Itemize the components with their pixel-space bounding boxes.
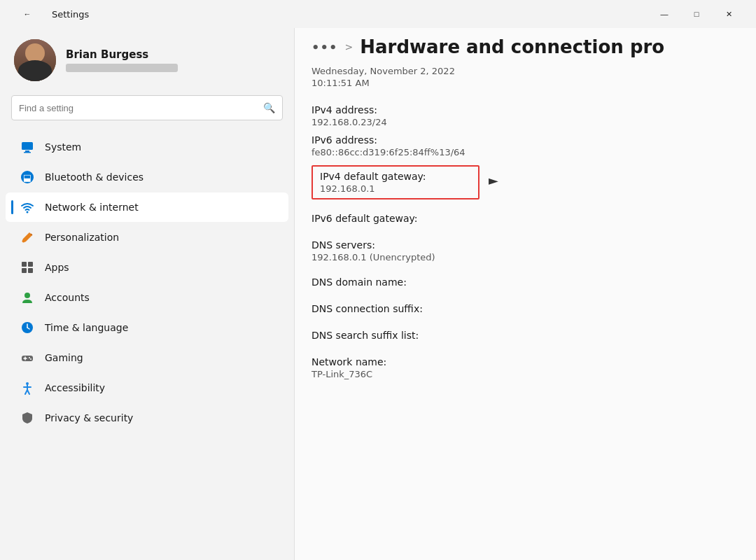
network-name-row: Network name: TP-Link_736C xyxy=(312,353,739,383)
dns-search-row: DNS search suffix list: xyxy=(312,326,739,346)
user-name: Brian Burgess xyxy=(66,48,178,61)
ipv4-address-row: IPv4 address: 192.168.0.23/24 xyxy=(312,101,739,131)
sidebar-item-apps[interactable]: Apps xyxy=(6,253,288,282)
sidebar-item-accounts[interactable]: Accounts xyxy=(6,283,288,312)
avatar-body xyxy=(18,60,52,81)
date-label: Wednesday, November 2, 2022 xyxy=(312,66,739,76)
sidebar-item-time[interactable]: Time & language xyxy=(6,313,288,342)
sidebar-item-personalization[interactable]: Personalization xyxy=(6,223,288,252)
svg-point-5 xyxy=(27,211,29,214)
sidebar-item-privacy[interactable]: Privacy & security xyxy=(6,403,288,433)
ipv6-address-row: IPv6 address: fe80::86cc:d319:6f25:84ff%… xyxy=(312,131,739,161)
user-info: Brian Burgess xyxy=(66,48,178,72)
main-layout: Brian Burgess 🔍 System xyxy=(0,28,756,560)
ipv4-gateway-highlight: IPv4 default gateway: 192.168.0.1 xyxy=(312,165,479,200)
ipv4-gateway-label: IPv4 default gateway: xyxy=(320,171,471,182)
sidebar-item-system[interactable]: System xyxy=(6,132,288,162)
bluetooth-icon: ⬓ xyxy=(20,169,35,185)
avatar xyxy=(14,39,56,81)
dns-servers-label: DNS servers: xyxy=(312,239,739,251)
svg-rect-0 xyxy=(22,142,33,150)
ipv6-gateway-row: IPv6 default gateway: xyxy=(312,209,739,229)
ipv6-gateway-label: IPv6 default gateway: xyxy=(312,213,739,224)
svg-rect-2 xyxy=(24,152,31,153)
titlebar: ← Settings — □ ✕ xyxy=(0,0,756,28)
svg-point-19 xyxy=(30,358,31,360)
avatar-image xyxy=(14,39,56,81)
content-header: ••• > Hardware and connection pro xyxy=(295,28,756,66)
sidebar-item-privacy-label: Privacy & security xyxy=(45,412,133,424)
ipv6-address-value: fe80::86cc:d319:6f25:84ff%13/64 xyxy=(312,147,739,158)
close-button[interactable]: ✕ xyxy=(713,3,745,25)
sidebar-item-bluetooth-label: Bluetooth & devices xyxy=(45,172,144,183)
network-name-label: Network name: xyxy=(312,356,739,368)
sidebar-item-network[interactable]: Network & internet xyxy=(6,192,288,222)
back-button[interactable]: ← xyxy=(11,3,43,25)
dns-servers-value: 192.168.0.1 (Unencrypted) xyxy=(312,252,739,262)
time-label: 10:11:51 AM xyxy=(312,78,739,88)
ipv6-address-label: IPv6 address: xyxy=(312,134,739,146)
content-area: ••• > Hardware and connection pro Wednes… xyxy=(294,28,756,560)
search-container: 🔍 xyxy=(0,95,294,132)
datetime-section: Wednesday, November 2, 2022 10:11:51 AM xyxy=(312,66,739,88)
sidebar: Brian Burgess 🔍 System xyxy=(0,28,294,560)
sidebar-item-system-label: System xyxy=(45,141,81,153)
ipv4-address-label: IPv4 address: xyxy=(312,104,739,115)
dns-search-label: DNS search suffix list: xyxy=(312,330,739,341)
svg-rect-7 xyxy=(22,262,27,267)
sidebar-item-gaming-label: Gaming xyxy=(45,352,83,363)
cursor-indicator: ► xyxy=(489,173,498,188)
minimize-button[interactable]: — xyxy=(648,3,680,25)
gamepad-icon xyxy=(20,350,35,365)
sidebar-item-time-label: Time & language xyxy=(45,322,128,333)
svg-rect-10 xyxy=(28,268,33,273)
svg-rect-8 xyxy=(28,262,33,267)
dns-suffix-row: DNS connection suffix: xyxy=(312,300,739,319)
info-section: IPv4 address: 192.168.0.23/24 IPv6 addre… xyxy=(312,95,739,388)
sidebar-item-apps-label: Apps xyxy=(45,262,69,273)
dns-domain-row: DNS domain name: xyxy=(312,273,739,293)
dns-suffix-label: DNS connection suffix: xyxy=(312,303,739,314)
svg-point-6 xyxy=(22,240,25,243)
svg-line-24 xyxy=(27,390,29,394)
breadcrumb-dots[interactable]: ••• xyxy=(312,40,338,55)
dns-domain-label: DNS domain name: xyxy=(312,276,739,288)
sidebar-item-bluetooth[interactable]: ⬓ Bluetooth & devices xyxy=(6,162,288,192)
svg-rect-9 xyxy=(22,268,27,273)
sidebar-item-personalization-label: Personalization xyxy=(45,232,119,243)
sidebar-item-network-label: Network & internet xyxy=(45,202,139,213)
network-name-value: TP-Link_736C xyxy=(312,369,739,379)
clock-icon xyxy=(20,320,35,335)
user-profile[interactable]: Brian Burgess xyxy=(0,28,294,95)
maximize-button[interactable]: □ xyxy=(680,3,713,25)
accessibility-icon xyxy=(20,380,35,396)
sidebar-item-accessibility-label: Accessibility xyxy=(45,382,105,393)
brush-icon xyxy=(20,230,35,245)
sidebar-item-gaming[interactable]: Gaming xyxy=(6,343,288,372)
ipv4-gateway-value: 192.168.0.1 xyxy=(320,183,471,194)
person-icon xyxy=(20,290,35,305)
ipv4-address-value: 192.168.0.23/24 xyxy=(312,117,739,127)
svg-point-18 xyxy=(29,357,30,358)
wifi-icon xyxy=(20,200,35,215)
titlebar-title: Settings xyxy=(52,9,89,20)
sidebar-item-accessibility[interactable]: Accessibility xyxy=(6,373,288,402)
titlebar-controls: — □ ✕ xyxy=(648,3,745,25)
titlebar-left: ← Settings xyxy=(11,3,89,25)
sidebar-item-accounts-label: Accounts xyxy=(45,292,90,303)
shield-icon xyxy=(20,410,35,426)
svg-rect-1 xyxy=(25,150,29,152)
content-scroll: Wednesday, November 2, 2022 10:11:51 AM … xyxy=(295,66,756,560)
monitor-icon xyxy=(20,139,35,155)
search-icon: 🔍 xyxy=(263,102,275,113)
search-box[interactable]: 🔍 xyxy=(11,95,283,120)
apps-icon xyxy=(20,260,35,275)
user-email-bar xyxy=(66,64,178,72)
nav-section: System ⬓ Bluetooth & devices xyxy=(0,132,294,549)
svg-point-11 xyxy=(24,293,30,298)
page-title: Hardware and connection pro xyxy=(360,36,664,57)
svg-text:⬓: ⬓ xyxy=(23,172,31,183)
search-input[interactable] xyxy=(19,103,258,113)
breadcrumb-arrow: > xyxy=(345,41,354,52)
dns-servers-row: DNS servers: 192.168.0.1 (Unencrypted) xyxy=(312,236,739,266)
